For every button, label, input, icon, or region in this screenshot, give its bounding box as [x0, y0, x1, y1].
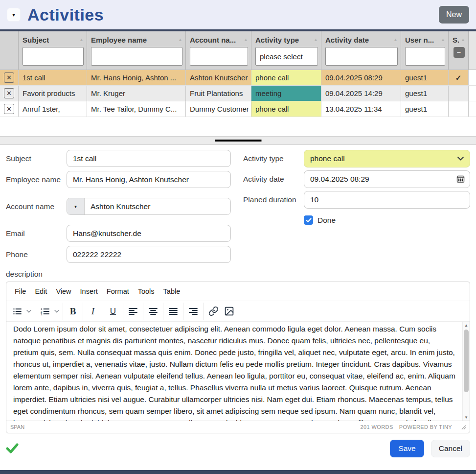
cell-employee[interactable]: Mr. Tee Tailor, Dummy C... [87, 101, 186, 117]
cell-account[interactable]: Dummy Customer [186, 101, 251, 117]
row-filler [469, 70, 476, 85]
sort-asc-icon[interactable]: ▲ [178, 37, 182, 42]
activity-date-input[interactable] [304, 170, 470, 188]
cell-user[interactable]: guest1 [401, 70, 449, 85]
header-menu-button[interactable]: ▾ [7, 8, 21, 22]
align-justify-button[interactable] [165, 304, 181, 319]
italic-button[interactable]: I [85, 304, 101, 319]
cell-subject[interactable]: Favorit products [19, 86, 87, 101]
status-filter-clear-button[interactable]: − [453, 47, 465, 58]
account-dropdown-button[interactable]: ▾ [67, 198, 85, 214]
scroll-down-icon[interactable]: ▼ [463, 414, 470, 421]
element-path[interactable]: SPAN [10, 424, 24, 430]
cell-account[interactable]: Fruit Plantations [186, 86, 251, 101]
done-checkbox[interactable] [304, 215, 313, 225]
numbered-list-chevron[interactable] [53, 304, 61, 319]
subject-filter-input[interactable] [23, 47, 84, 66]
column-label: Activity type [255, 36, 299, 44]
subject-input[interactable] [67, 150, 231, 167]
table-row[interactable]: ✕ 1st call Mr. Hans Honig, Ashton ... As… [0, 70, 476, 86]
sort-asc-icon[interactable]: ▲ [461, 37, 465, 42]
menu-insert[interactable]: Insert [76, 285, 102, 298]
cell-activity-date[interactable]: 13.04.2025 11:34 [321, 101, 401, 117]
editor-scrollbar[interactable]: ▲ ▼ [462, 322, 470, 421]
menu-table[interactable]: Table [159, 285, 185, 298]
underline-button[interactable]: U [105, 304, 121, 319]
column-header-activity-type[interactable]: Activity type ▲ please select [251, 31, 321, 70]
cell-subject[interactable]: 1st call [19, 70, 87, 85]
delete-row-button[interactable]: ✕ [4, 104, 14, 114]
splitter-drag-handle[interactable] [215, 140, 261, 142]
cell-user[interactable]: guest1 [401, 101, 449, 117]
delete-row-button[interactable]: ✕ [4, 72, 14, 83]
activity-type-select[interactable]: phone call [304, 150, 470, 167]
bullet-list-chevron[interactable] [25, 304, 33, 319]
bold-button[interactable]: B [65, 304, 81, 319]
resize-grip-icon[interactable] [461, 425, 466, 429]
column-header-user-name[interactable]: User n... ▲ [401, 31, 449, 70]
cell-activity-type[interactable]: phone call [251, 101, 321, 117]
cell-employee[interactable]: Mr. Kruger [87, 86, 186, 101]
save-button[interactable]: Save [390, 440, 424, 457]
scroll-up-icon[interactable]: ▲ [463, 322, 470, 329]
table-header-filler [469, 31, 476, 70]
sort-asc-icon[interactable]: ▲ [244, 37, 248, 42]
scrollbar-thumb[interactable] [464, 330, 469, 392]
bullet-list-button[interactable] [9, 304, 25, 319]
cell-activity-date[interactable]: 09.04.2025 08:29 [321, 70, 401, 85]
cancel-button[interactable]: Cancel [431, 440, 470, 457]
delete-row-button[interactable]: ✕ [4, 88, 14, 98]
sort-asc-icon[interactable]: ▲ [393, 37, 398, 42]
word-count[interactable]: 201 WORDS [361, 424, 393, 430]
cell-activity-date[interactable]: 09.04.2025 14:29 [321, 86, 401, 101]
numbered-list-button[interactable]: 1 2 3 [37, 304, 53, 319]
phone-label: Phone [6, 246, 67, 263]
toolbar-separator [63, 303, 63, 320]
cell-activity-type[interactable]: meeting [251, 86, 321, 101]
account-filter-input[interactable] [190, 47, 248, 66]
menu-format[interactable]: Format [102, 285, 134, 298]
image-button[interactable] [221, 304, 237, 319]
sort-asc-icon[interactable]: ▲ [441, 37, 445, 42]
phone-input[interactable] [67, 246, 231, 263]
activity-date-filter-input[interactable] [325, 47, 398, 66]
user-filter-input[interactable] [405, 47, 445, 66]
align-right-button[interactable] [185, 304, 201, 319]
employee-filter-input[interactable] [91, 47, 182, 66]
powered-by-tiny[interactable]: POWERED BY TINY [399, 424, 452, 430]
panel-splitter[interactable] [0, 136, 476, 145]
table-row[interactable]: ✕ Favorit products Mr. Kruger Fruit Plan… [0, 86, 476, 101]
close-icon: ✕ [6, 105, 12, 113]
menu-tools[interactable]: Tools [134, 285, 159, 298]
sort-asc-icon[interactable]: ▲ [314, 37, 318, 42]
column-header-activity-date[interactable]: Activity date ▲ [321, 31, 401, 70]
cell-activity-type[interactable]: phone call [251, 70, 321, 85]
align-center-button[interactable] [145, 304, 161, 319]
cell-employee[interactable]: Mr. Hans Honig, Ashton ... [87, 70, 186, 85]
activity-type-filter-select[interactable]: please select [255, 47, 318, 66]
column-header-account-name[interactable]: Account na... ▲ [186, 31, 251, 70]
editor-content-area[interactable]: Dodo Lorem ipsum dolor sit amet, consect… [6, 322, 470, 421]
column-header-employee-name[interactable]: Employee name ▲ [87, 31, 186, 70]
account-name-input[interactable] [85, 198, 230, 214]
cell-subject[interactable]: Anruf 1ster, [19, 101, 87, 117]
calendar-icon[interactable] [456, 174, 465, 184]
link-button[interactable] [205, 304, 221, 319]
menu-edit[interactable]: Edit [30, 285, 51, 298]
menu-file[interactable]: File [10, 285, 30, 298]
planned-duration-input[interactable] [304, 191, 470, 209]
table-row[interactable]: ✕ Anruf 1ster, Mr. Tee Tailor, Dummy C..… [0, 101, 476, 117]
bottom-splitter-bar[interactable] [0, 470, 476, 474]
column-header-status[interactable]: S... ▲ − [449, 31, 469, 70]
cell-account[interactable]: Ashton Knutscher [186, 70, 251, 85]
email-input[interactable] [67, 225, 231, 242]
employee-name-input[interactable] [67, 171, 231, 188]
new-button[interactable]: New [439, 6, 469, 24]
app-header: ▾ Activities New [0, 0, 476, 31]
description-text[interactable]: Dodo Lorem ipsum dolor sit amet, consect… [6, 322, 470, 421]
menu-view[interactable]: View [51, 285, 75, 298]
align-left-button[interactable] [125, 304, 141, 319]
sort-asc-icon[interactable]: ▲ [79, 37, 84, 42]
column-header-subject[interactable]: Subject ▲ [19, 31, 87, 70]
cell-user[interactable]: guest1 [401, 86, 449, 101]
